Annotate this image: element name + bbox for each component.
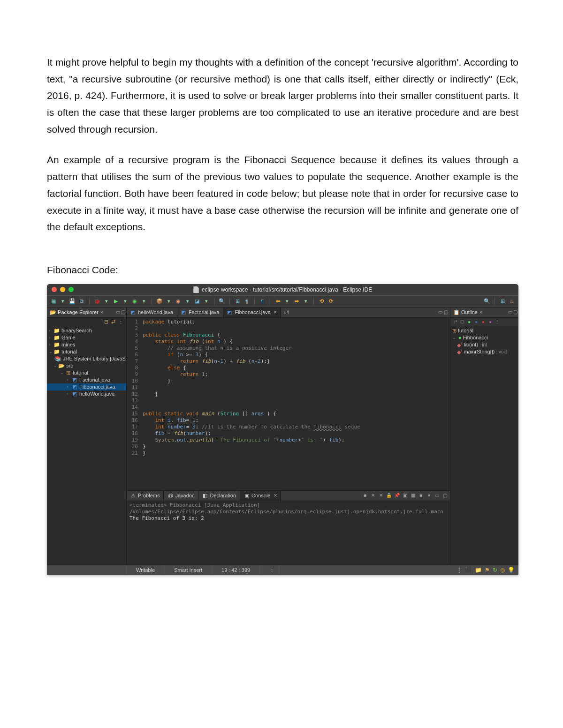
- scroll-lock-icon[interactable]: 🔒: [386, 492, 392, 499]
- tree-item[interactable]: ›◩Fibbonacci.java: [47, 383, 126, 390]
- menu-icon[interactable]: ▾: [426, 492, 432, 499]
- outline-item[interactable]: ⊞ tutorial: [452, 327, 517, 334]
- minimize-icon[interactable]: ▭: [438, 309, 442, 315]
- dropdown-icon[interactable]: ▾: [59, 298, 67, 305]
- terminate-icon[interactable]: ■: [418, 492, 424, 499]
- link-editor-icon[interactable]: ⇄: [111, 319, 115, 325]
- menu-icon[interactable]: ⋮: [118, 319, 123, 325]
- perspective-icon[interactable]: ⊞: [499, 298, 506, 305]
- filter-icon[interactable]: ●: [480, 319, 486, 324]
- forward-icon[interactable]: ➡: [293, 298, 300, 305]
- collapse-icon[interactable]: ⊟: [104, 319, 108, 325]
- status-icon[interactable]: ⬛: [465, 567, 472, 573]
- dropdown-icon[interactable]: ▾: [122, 298, 129, 305]
- dropdown-icon[interactable]: ▾: [140, 298, 148, 305]
- remove-all-icon[interactable]: ✕: [370, 492, 376, 499]
- outline-item[interactable]: ⌄● Fibbonacci: [452, 334, 517, 341]
- bottom-tab-problems[interactable]: ⚠Problems: [127, 491, 164, 501]
- code-editor[interactable]: 123456789101112131415161718192021 packag…: [127, 318, 450, 490]
- debug-icon[interactable]: 🐞: [93, 298, 101, 305]
- open-type-icon[interactable]: ◪: [193, 298, 201, 305]
- status-icon[interactable]: ◎: [500, 567, 505, 573]
- open-console-icon[interactable]: ▦: [410, 492, 416, 499]
- more-tabs[interactable]: »4: [281, 310, 292, 315]
- maximize-icon[interactable]: ▢: [513, 309, 517, 315]
- clear-icon[interactable]: ✕: [378, 492, 384, 499]
- package-explorer-toolbar: ⊟ ⇄ ⋮: [47, 318, 126, 326]
- dropdown-icon[interactable]: ▾: [203, 298, 210, 305]
- tree-item[interactable]: ›📁binarySearch: [47, 327, 126, 334]
- tree-item[interactable]: ⌄📂src: [47, 362, 126, 369]
- bottom-tab-javadoc[interactable]: @Javadoc: [164, 491, 198, 501]
- bottom-tab-console[interactable]: ▣Console×: [240, 491, 281, 501]
- console-output[interactable]: <terminated> Fibbonacci [Java Applicatio…: [127, 501, 450, 523]
- outline-item[interactable]: ◆s main(String[]) : void: [452, 348, 517, 355]
- next-icon[interactable]: ⟳: [327, 298, 335, 305]
- sort-icon[interactable]: ↓ª: [452, 319, 458, 324]
- dropdown-icon[interactable]: ▾: [103, 298, 110, 305]
- outline-item[interactable]: ◆s fib(int) : int: [452, 341, 517, 348]
- package-explorer-tab[interactable]: 📂 Package Explorer × ▭ ▢: [47, 308, 126, 318]
- tree-item[interactable]: ›📚JRE System Library [JavaSE-17]: [47, 355, 126, 362]
- display-icon[interactable]: ▣: [402, 492, 408, 499]
- pin-icon[interactable]: 📌: [394, 492, 400, 499]
- minimize-icon[interactable]: ▭: [434, 492, 440, 499]
- editor-tab[interactable]: ◩Fibbonacci.java×: [223, 308, 281, 317]
- outline-tab[interactable]: 📋 Outline × ▭ ▢: [450, 308, 518, 318]
- new-package-icon[interactable]: 📦: [156, 298, 163, 305]
- filter-icon[interactable]: ●: [473, 319, 479, 324]
- tip-icon[interactable]: ⋮: [456, 567, 462, 573]
- bottom-tab-declaration[interactable]: ◧Declaration: [198, 491, 240, 501]
- filter-icon[interactable]: ●: [466, 319, 472, 324]
- close-icon[interactable]: ×: [274, 492, 277, 499]
- run-icon[interactable]: ▶: [112, 298, 120, 305]
- toggle-icon[interactable]: ⊞: [234, 298, 241, 305]
- new-icon[interactable]: ▦: [50, 298, 57, 305]
- last-edit-icon[interactable]: ⟲: [318, 298, 325, 305]
- search-icon[interactable]: 🔍: [218, 298, 226, 305]
- tree-item[interactable]: ⌄📁tutorial: [47, 348, 126, 355]
- outline-tree[interactable]: ⊞ tutorial⌄● Fibbonacci◆s fib(int) : int…: [450, 326, 518, 356]
- maximize-icon[interactable]: ▢: [444, 309, 448, 315]
- maximize-icon[interactable]: ▢: [121, 309, 125, 315]
- status-icon[interactable]: ⚑: [485, 567, 490, 573]
- dropdown-icon[interactable]: ▾: [165, 298, 173, 305]
- close-window-icon[interactable]: [52, 287, 57, 292]
- filter-icon[interactable]: ●: [487, 319, 493, 324]
- window-titlebar[interactable]: eclipse-workspace - tutorial/src/tutoria…: [47, 284, 518, 295]
- maximize-icon[interactable]: ▢: [441, 492, 448, 499]
- tree-item[interactable]: ›📁mines: [47, 341, 126, 348]
- menu-icon[interactable]: ⋮: [495, 319, 500, 324]
- close-icon[interactable]: ×: [274, 309, 277, 315]
- dropdown-icon[interactable]: ▾: [302, 298, 310, 305]
- coverage-icon[interactable]: ◉: [131, 298, 138, 305]
- minimize-window-icon[interactable]: [60, 287, 65, 292]
- maximize-window-icon[interactable]: [68, 287, 74, 292]
- tree-item[interactable]: ⌄⊞tutorial: [47, 369, 126, 376]
- tree-item[interactable]: ›◩Factorial.java: [47, 376, 126, 383]
- back-icon[interactable]: ⬅: [274, 298, 282, 305]
- close-icon[interactable]: ×: [479, 309, 482, 315]
- status-icon[interactable]: ↻: [493, 567, 497, 573]
- project-tree[interactable]: ›📁binarySearch›📁Game›📁mines⌄📁tutorial›📚J…: [47, 326, 126, 565]
- tip-of-day-icon[interactable]: 💡: [508, 567, 515, 573]
- java-perspective-icon[interactable]: ♨: [508, 298, 516, 305]
- dropdown-icon[interactable]: ▾: [283, 298, 291, 305]
- tree-item[interactable]: ›◩helloWorld.java: [47, 390, 126, 398]
- paragraph-icon[interactable]: ¶: [259, 298, 266, 305]
- filter-icon[interactable]: ⬡: [459, 319, 465, 324]
- dropdown-icon[interactable]: ▾: [184, 298, 191, 305]
- toggle-icon[interactable]: ¶: [243, 298, 251, 305]
- tree-item[interactable]: ›📁Game: [47, 334, 126, 341]
- editor-tab[interactable]: ◩Factorial.java: [177, 308, 223, 317]
- new-class-icon[interactable]: ◉: [175, 298, 182, 305]
- save-icon[interactable]: 💾: [68, 298, 76, 305]
- close-icon[interactable]: ×: [100, 309, 103, 315]
- minimize-icon[interactable]: ▭: [116, 309, 120, 315]
- status-icon[interactable]: 📁: [475, 567, 482, 573]
- search-icon[interactable]: 🔍: [483, 298, 491, 305]
- save-all-icon[interactable]: ⧉: [78, 298, 85, 305]
- remove-icon[interactable]: ■: [362, 492, 368, 499]
- editor-tab[interactable]: ◩helloWorld.java: [127, 308, 177, 317]
- minimize-icon[interactable]: ▭: [508, 309, 512, 315]
